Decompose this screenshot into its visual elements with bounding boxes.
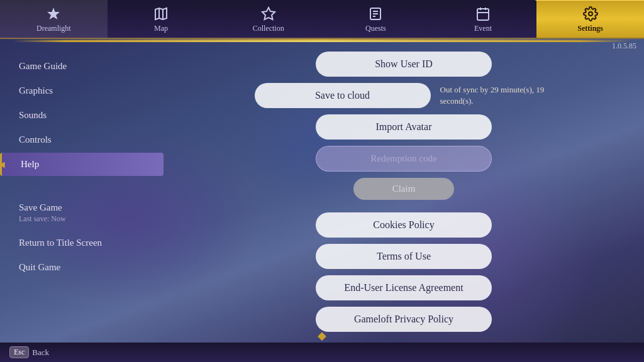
bottom-diamond-decoration: ◆ <box>318 329 326 343</box>
nav-item-quests[interactable]: Quests <box>322 0 430 38</box>
sidebar-item-return-title[interactable]: Return to Title Screen <box>0 231 164 255</box>
nav-item-event[interactable]: Event <box>430 0 537 38</box>
show-user-id-button[interactable]: Show User ID <box>316 52 492 77</box>
sidebar-item-sounds[interactable]: Sounds <box>0 104 164 127</box>
sidebar-item-graphics[interactable]: Graphics <box>0 79 164 102</box>
event-icon <box>475 6 491 23</box>
nav-item-map[interactable]: Map <box>108 0 215 38</box>
map-icon <box>153 6 169 23</box>
save-cloud-row: Save to cloud Out of sync by 29 minute(s… <box>189 83 619 108</box>
content-panel: Show User ID Save to cloud Out of sync b… <box>164 42 644 343</box>
sidebar: Game Guide Graphics Sounds Controls Help… <box>0 42 164 343</box>
collection-icon <box>261 6 276 23</box>
nav-label-map: Map <box>154 25 168 32</box>
sidebar-item-quit-game[interactable]: Quit Game <box>0 256 164 279</box>
nav-item-dreamlight[interactable]: Dreamlight <box>0 0 108 38</box>
redemption-code-input[interactable] <box>316 146 492 172</box>
save-to-cloud-button[interactable]: Save to cloud <box>255 83 431 108</box>
svg-point-12 <box>589 12 592 16</box>
nav-item-settings[interactable]: Settings <box>536 0 644 38</box>
nav-label-quests: Quests <box>365 25 386 32</box>
nav-label-collection: Collection <box>253 25 284 32</box>
dreamlight-icon <box>46 6 61 23</box>
main-content: Game Guide Graphics Sounds Controls Help… <box>0 42 644 343</box>
svg-marker-0 <box>47 8 60 19</box>
import-avatar-button[interactable]: Import Avatar <box>316 114 492 140</box>
cookies-policy-button[interactable]: Cookies Policy <box>316 212 492 238</box>
sidebar-item-save-game[interactable]: Save Game Last save: Now <box>0 196 164 230</box>
terms-of-use-button[interactable]: Terms of Use <box>316 244 492 269</box>
eula-button[interactable]: End-User License Agreement <box>316 275 492 300</box>
sidebar-item-controls[interactable]: Controls <box>0 128 164 151</box>
back-label: Back <box>32 348 49 358</box>
nav-label-dreamlight: Dreamlight <box>36 25 71 32</box>
nav-label-settings: Settings <box>577 25 603 32</box>
sidebar-item-game-guide[interactable]: Game Guide <box>0 55 164 78</box>
top-navigation: Dreamlight Map Collection <box>0 0 644 39</box>
nav-item-collection[interactable]: Collection <box>214 0 322 38</box>
sidebar-item-help[interactable]: Help <box>0 153 164 176</box>
frame-top <box>0 40 644 42</box>
sync-note: Out of sync by 29 minute(s), 19 second(s… <box>440 84 553 107</box>
last-save-label: Last save: Now <box>19 214 151 224</box>
nav-label-event: Event <box>474 25 492 32</box>
version-number: 1.0.5.85 <box>612 41 636 51</box>
settings-icon <box>583 6 598 23</box>
svg-rect-8 <box>477 9 489 20</box>
privacy-policy-button[interactable]: Gameloft Privacy Policy <box>316 307 492 332</box>
claim-button[interactable]: Claim <box>353 178 454 200</box>
svg-marker-1 <box>155 8 167 19</box>
esc-key-badge: Esc <box>9 346 29 358</box>
bottom-bar: Esc Back <box>0 343 644 362</box>
back-button[interactable]: Esc Back <box>9 346 49 358</box>
quests-icon <box>368 6 383 23</box>
